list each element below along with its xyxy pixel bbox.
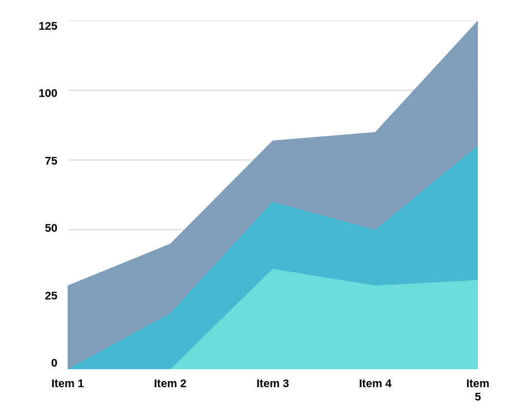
x-label-item4: Item 4 (359, 377, 392, 390)
y-label-75: 75 (45, 155, 57, 167)
y-axis: 125 100 75 50 25 0 (16, 21, 63, 369)
chart-container: 125 100 75 50 25 0 (16, 10, 509, 410)
x-label-item3: Item 3 (256, 377, 289, 390)
x-label-item5: Item 5 (466, 377, 489, 404)
chart-plot-area (68, 21, 478, 369)
y-label-0: 0 (51, 357, 57, 369)
y-label-125: 125 (38, 21, 57, 32)
x-axis: Item 1Item 2Item 3Item 4Item 5 (68, 372, 478, 410)
chart-svg (68, 21, 478, 369)
y-label-100: 100 (38, 88, 57, 99)
x-label-item1: Item 1 (51, 377, 84, 390)
x-label-item2: Item 2 (154, 377, 187, 390)
y-label-25: 25 (45, 290, 57, 302)
y-label-50: 50 (45, 223, 57, 234)
